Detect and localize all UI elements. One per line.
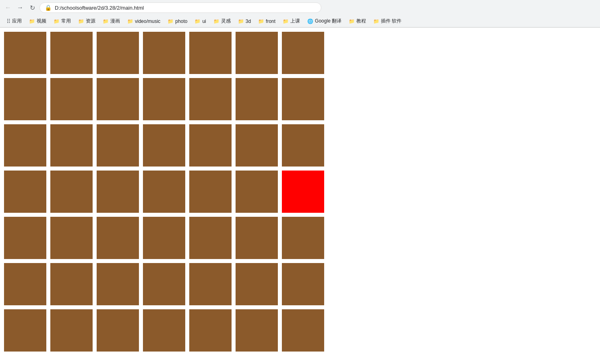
grid-cell bbox=[282, 217, 324, 259]
grid-cell bbox=[143, 309, 185, 352]
nav-bar: ← → ↻ 🔒 D:/schoolsoftware/2d/3.28/2/main… bbox=[0, 0, 600, 15]
address-bar[interactable]: 🔒 D:/schoolsoftware/2d/3.28/2/main.html bbox=[39, 2, 321, 13]
bookmark-14[interactable]: 📁 插件 软件 bbox=[370, 16, 405, 26]
grid-cell bbox=[97, 217, 139, 259]
bookmark-13[interactable]: 📁 教程 bbox=[346, 16, 369, 26]
bookmark-8[interactable]: 📁 灵感 bbox=[210, 16, 234, 26]
forward-button[interactable]: → bbox=[15, 3, 25, 12]
browser-chrome: ← → ↻ 🔒 D:/schoolsoftware/2d/3.28/2/main… bbox=[0, 0, 600, 28]
folder-icon-8: 📁 bbox=[213, 19, 219, 24]
bookmark-6[interactable]: 📁 photo bbox=[164, 17, 190, 25]
grid-cell bbox=[97, 309, 139, 352]
grid-cell bbox=[189, 78, 232, 120]
grid-cell bbox=[50, 309, 93, 352]
grid-cell bbox=[50, 124, 93, 167]
bookmark-7-label: ui bbox=[202, 19, 206, 24]
grid-cell bbox=[236, 263, 278, 305]
grid-cell bbox=[143, 32, 185, 74]
bookmark-9-label: 3d bbox=[246, 19, 251, 24]
folder-icon-3: 📁 bbox=[78, 19, 84, 24]
bookmark-7[interactable]: 📁 ui bbox=[191, 17, 209, 25]
folder-icon-6: 📁 bbox=[168, 19, 174, 24]
bookmark-11-label: 上课 bbox=[290, 18, 300, 25]
bookmark-5[interactable]: 📁 video/music bbox=[124, 17, 163, 25]
bookmark-4-label: 漫画 bbox=[110, 18, 120, 25]
bookmark-5-label: video/music bbox=[135, 19, 160, 24]
grid-cell bbox=[50, 217, 93, 259]
bookmark-3[interactable]: 📁 资源 bbox=[75, 16, 99, 26]
bookmark-2-label: 常用 bbox=[61, 18, 71, 25]
folder-icon-7: 📁 bbox=[194, 19, 201, 24]
grid-cell bbox=[189, 171, 232, 213]
grid-cell bbox=[236, 309, 278, 352]
folder-icon-9: 📁 bbox=[238, 19, 244, 24]
bookmark-4[interactable]: 📁 漫画 bbox=[99, 16, 123, 26]
grid-cell bbox=[50, 263, 93, 305]
grid-cell bbox=[143, 171, 185, 213]
grid-cell bbox=[236, 217, 278, 259]
grid-cell bbox=[97, 171, 139, 213]
grid-cell bbox=[189, 32, 232, 74]
bookmark-10-label: front bbox=[266, 19, 275, 24]
reload-button[interactable]: ↻ bbox=[27, 3, 37, 12]
grid-cell bbox=[4, 171, 46, 213]
grid-cell bbox=[189, 124, 232, 167]
back-button[interactable]: ← bbox=[3, 3, 13, 12]
grid-cell bbox=[236, 124, 278, 167]
grid-cell bbox=[50, 78, 93, 120]
grid-cell bbox=[97, 263, 139, 305]
grid-cell bbox=[97, 78, 139, 120]
grid-cell bbox=[282, 309, 324, 352]
folder-icon-11: 📁 bbox=[283, 19, 289, 24]
grid-cell bbox=[97, 32, 139, 74]
bookmark-2[interactable]: 📁 常用 bbox=[50, 16, 74, 26]
grid-cell bbox=[4, 78, 46, 120]
bookmark-11[interactable]: 📁 上课 bbox=[279, 16, 303, 26]
bookmark-8-label: 灵感 bbox=[221, 18, 231, 25]
grid-cell bbox=[189, 217, 232, 259]
bookmark-translate-label: Google 翻译 bbox=[315, 18, 341, 25]
grid-cell bbox=[143, 78, 185, 120]
bookmark-1-label: 视频 bbox=[37, 18, 46, 25]
lock-icon: 🔒 bbox=[45, 4, 52, 11]
grid-cell bbox=[236, 171, 278, 213]
bookmark-6-label: photo bbox=[175, 19, 187, 24]
grid-cell bbox=[282, 124, 324, 167]
grid-cell bbox=[236, 78, 278, 120]
grid-cell bbox=[50, 171, 93, 213]
folder-icon-13: 📁 bbox=[349, 19, 355, 24]
grid-cell bbox=[189, 309, 232, 352]
bookmark-apps[interactable]: ⠿ 应用 bbox=[3, 16, 25, 26]
grid-cell bbox=[4, 124, 46, 167]
grid-cell bbox=[282, 263, 324, 305]
grid-cell bbox=[236, 32, 278, 74]
bookmark-3-label: 资源 bbox=[86, 18, 95, 25]
main-content bbox=[0, 28, 600, 356]
grid-cell bbox=[50, 32, 93, 74]
bookmark-9[interactable]: 📁 3d bbox=[235, 17, 254, 25]
grid-cell bbox=[282, 32, 324, 74]
folder-icon-14: 📁 bbox=[373, 19, 379, 24]
apps-icon: ⠿ bbox=[6, 18, 10, 25]
grid-cell bbox=[143, 263, 185, 305]
folder-icon-10: 📁 bbox=[258, 19, 264, 24]
grid-cell bbox=[4, 217, 46, 259]
grid-cell bbox=[282, 78, 324, 120]
bookmark-apps-label: 应用 bbox=[12, 18, 22, 25]
bookmark-10[interactable]: 📁 front bbox=[255, 17, 279, 25]
grid-cell bbox=[143, 217, 185, 259]
bookmark-14-label: 插件 软件 bbox=[381, 18, 401, 25]
folder-icon-1: 📁 bbox=[29, 19, 35, 24]
folder-icon-4: 📁 bbox=[103, 19, 109, 24]
grid-container bbox=[0, 28, 328, 356]
bookmarks-bar: ⠿ 应用 📁 视频 📁 常用 📁 资源 📁 漫画 📁 video/music 📁… bbox=[0, 15, 600, 27]
bookmark-1[interactable]: 📁 视频 bbox=[26, 16, 50, 26]
folder-icon-5: 📁 bbox=[127, 19, 133, 24]
bookmark-translate[interactable]: 🌐 Google 翻译 bbox=[304, 16, 345, 26]
grid-cell bbox=[4, 32, 46, 74]
grid-cell bbox=[97, 124, 139, 167]
address-text: D:/schoolsoftware/2d/3.28/2/main.html bbox=[55, 5, 144, 11]
bookmark-13-label: 教程 bbox=[356, 18, 366, 25]
grid-cell bbox=[143, 124, 185, 167]
grid-cell bbox=[4, 263, 46, 305]
